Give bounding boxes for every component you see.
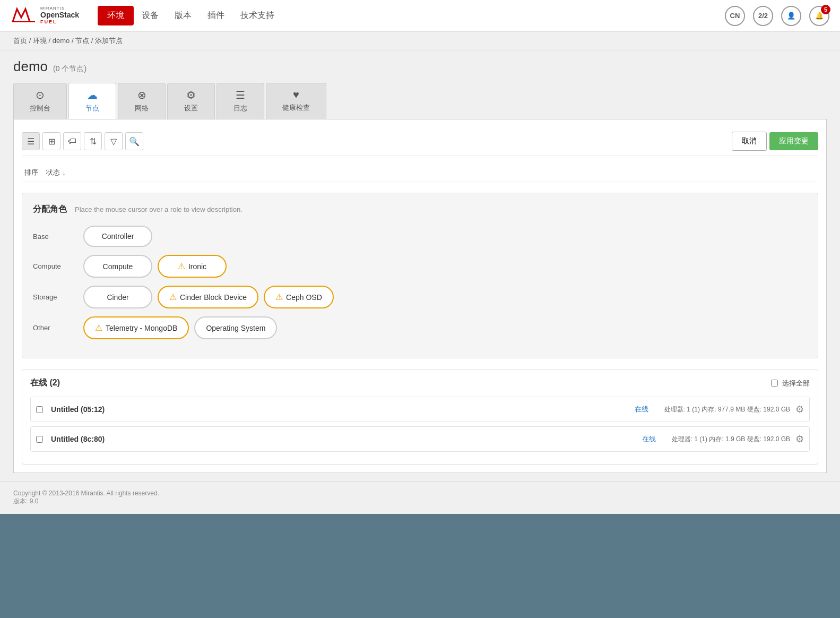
tag-icon: 🏷 (68, 136, 76, 146)
select-all-area: 选择全部 (771, 379, 810, 388)
role-chips-other: ⚠ Telemetry - MongoDB Operating System (83, 316, 277, 339)
select-all-label: 选择全部 (782, 379, 810, 388)
node-specs-0: 处理器: 1 (1) 内存: 977.9 MB 硬盘: 192.0 GB (664, 405, 790, 414)
node-row-1: Untitled (8c:80) 在线 处理器: 1 (1) 内存: 1.9 G… (30, 426, 810, 452)
sort-icon: ⇅ (90, 136, 97, 147)
role-chip-telemetry[interactable]: ⚠ Telemetry - MongoDB (83, 316, 189, 339)
role-chip-ceph[interactable]: ⚠ Ceph OSD (264, 286, 334, 308)
online-section: 在线 (2) 选择全部 Untitled (05:12) 在线 处理器: 1 (… (22, 369, 818, 465)
tab-dashboard-label: 控制台 (30, 104, 50, 113)
openstack-text: OpenStack (40, 11, 79, 19)
logs-icon: ☰ (236, 89, 245, 101)
settings-icon: ⚙ (186, 89, 196, 101)
header-right: CN 2/2 👤 🔔 5 (725, 6, 829, 26)
tab-nodes[interactable]: ☁ 节点 (68, 83, 116, 119)
online-header: 在线 (2) 选择全部 (30, 377, 810, 389)
notifications-icon[interactable]: 🔔 5 (809, 6, 829, 26)
breadcrumb-env[interactable]: 环境 (33, 37, 47, 45)
node-checkbox-1[interactable] (36, 436, 43, 443)
tab-network[interactable]: ⊗ 网络 (118, 83, 166, 119)
role-row-other: Other ⚠ Telemetry - MongoDB Operating Sy… (33, 316, 807, 339)
cinder-label: Cinder (107, 293, 128, 302)
warning-icon-telemetry: ⚠ (95, 323, 102, 333)
grid-view-icon: ⊞ (48, 136, 55, 147)
sort-status[interactable]: 状态 ↓ (46, 168, 66, 177)
footer-version: 版本: 9.0 (13, 497, 827, 506)
role-chip-controller[interactable]: Controller (83, 226, 152, 247)
cinder-block-label: Cinder Block Device (180, 293, 247, 302)
nav-support[interactable]: 技术支持 (240, 10, 274, 21)
tab-health[interactable]: ♥ 健康检查 (266, 83, 326, 119)
mirantis-logo-icon (11, 7, 36, 24)
node-gear-icon-0[interactable]: ⚙ (795, 404, 804, 415)
page-title: demo (13, 58, 48, 75)
fuel-text: FUEL (40, 20, 79, 25)
tab-logs[interactable]: ☰ 日志 (217, 83, 264, 119)
select-all-checkbox[interactable] (771, 380, 778, 387)
search-button[interactable]: 🔍 (125, 132, 143, 150)
breadcrumb-sep2: / (48, 37, 52, 45)
node-name-1: Untitled (8c:80) (51, 435, 642, 443)
breadcrumb-sep: / (29, 37, 33, 45)
tab-nodes-label: 节点 (85, 104, 99, 113)
role-chip-ironic[interactable]: ⚠ Ironic (158, 255, 227, 278)
tab-settings[interactable]: ⚙ 设置 (167, 83, 215, 119)
category-compute: Compute (33, 262, 75, 270)
os-label: Operating System (206, 324, 265, 332)
role-row-base: Base Controller (33, 226, 807, 247)
page-title-area: demo (0 个节点) (13, 58, 827, 75)
online-title: 在线 (2) (30, 377, 60, 389)
sort-label: 排序 (24, 168, 38, 177)
tasks-icon[interactable]: 2/2 (753, 6, 773, 26)
role-chip-cinder-block[interactable]: ⚠ Cinder Block Device (158, 286, 258, 308)
sort-arrow-icon: ↓ (62, 169, 66, 177)
nav-devices[interactable]: 设备 (142, 10, 159, 21)
header: MIRANTIS OpenStack FUEL 环境 设备 版本 插件 技术支持… (0, 0, 840, 32)
list-view-button[interactable]: ☰ (22, 132, 40, 150)
controller-label: Controller (102, 232, 134, 241)
node-status-0[interactable]: 在线 (635, 405, 648, 414)
node-specs-1: 处理器: 1 (1) 内存: 1.9 GB 硬盘: 192.0 GB (672, 435, 790, 444)
filter-icon: ▽ (110, 136, 117, 147)
filter-button[interactable]: ▽ (105, 132, 123, 150)
tab-network-label: 网络 (135, 104, 149, 113)
role-row-compute: Compute Compute ⚠ Ironic (33, 255, 807, 278)
breadcrumb: 首页 / 环境 / demo / 节点 / 添加节点 (0, 32, 840, 50)
role-chips-compute: Compute ⚠ Ironic (83, 255, 227, 278)
tab-dashboard[interactable]: ⊙ 控制台 (13, 83, 67, 119)
user-initials-icon[interactable]: CN (725, 6, 745, 26)
tag-button[interactable]: 🏷 (63, 132, 81, 150)
category-storage: Storage (33, 293, 75, 301)
breadcrumb-sep4: / (91, 37, 95, 45)
role-chip-os[interactable]: Operating System (194, 316, 277, 339)
page-subtitle: (0 个节点) (53, 64, 86, 74)
category-other: Other (33, 324, 75, 332)
env-button[interactable]: 环境 (98, 6, 134, 25)
breadcrumb-demo[interactable]: demo (53, 37, 70, 45)
list-view-icon: ☰ (27, 136, 34, 147)
warning-icon-ceph: ⚠ (275, 292, 283, 302)
apply-button[interactable]: 应用变更 (769, 132, 818, 150)
node-checkbox-0[interactable] (36, 406, 43, 413)
tab-logs-label: 日志 (233, 104, 247, 113)
sort-button[interactable]: ⇅ (84, 132, 102, 150)
nav-plugins[interactable]: 插件 (207, 10, 224, 21)
logo-area: MIRANTIS OpenStack FUEL (11, 6, 79, 24)
roles-hint: Place the mouse cursor over a role to vi… (75, 205, 243, 213)
nav-versions[interactable]: 版本 (175, 10, 192, 21)
ceph-label: Ceph OSD (286, 293, 322, 302)
breadcrumb-nodes[interactable]: 节点 (75, 37, 89, 45)
user-profile-icon[interactable]: 👤 (781, 6, 801, 26)
warning-icon-cinder-block: ⚠ (169, 292, 177, 302)
breadcrumb-home[interactable]: 首页 (13, 37, 27, 45)
node-status-1[interactable]: 在线 (642, 434, 656, 444)
role-chip-compute[interactable]: Compute (83, 255, 152, 278)
nodes-icon: ☁ (87, 89, 98, 101)
nodes-panel: ☰ ⊞ 🏷 ⇅ ▽ 🔍 取消 应用变更 排序 状态 (13, 119, 827, 473)
role-chip-cinder[interactable]: Cinder (83, 286, 152, 308)
node-gear-icon-1[interactable]: ⚙ (795, 433, 804, 445)
sort-row: 排序 状态 ↓ (22, 164, 818, 182)
main-content: demo (0 个节点) ⊙ 控制台 ☁ 节点 ⊗ 网络 ⚙ 设置 ☰ 日志 ♥… (0, 50, 840, 481)
grid-view-button[interactable]: ⊞ (42, 132, 60, 150)
cancel-button[interactable]: 取消 (732, 132, 767, 151)
